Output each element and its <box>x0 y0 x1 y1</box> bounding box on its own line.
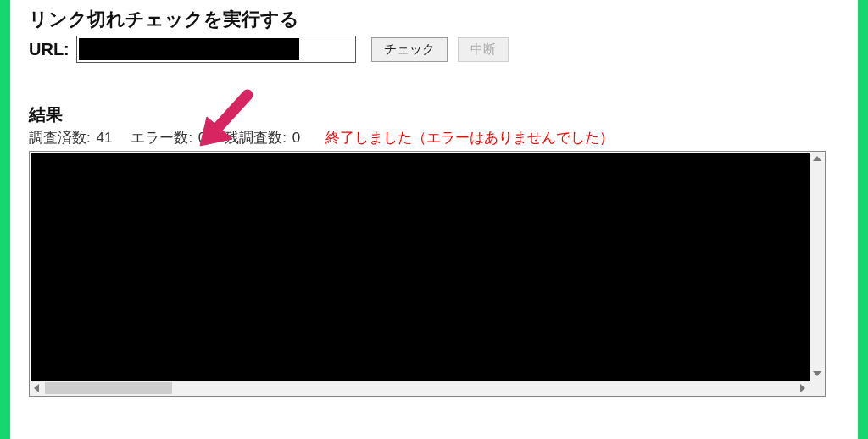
url-row: URL: チェック 中断 <box>29 36 839 63</box>
scroll-down-icon[interactable] <box>813 371 821 376</box>
url-redacted-block <box>79 38 299 60</box>
abort-button: 中断 <box>458 37 509 62</box>
result-output-area <box>29 151 826 397</box>
stats-row: 調査済数: 41 エラー数: 0 残調査数: 0 終了しました（エラーはありませ… <box>29 128 839 147</box>
url-label: URL: <box>29 40 70 59</box>
horizontal-scrollbar[interactable] <box>30 381 810 396</box>
stat-error-label: エラー数: <box>131 130 192 146</box>
stat-remaining-label: 残調査数: <box>225 130 287 146</box>
url-input[interactable] <box>76 36 356 63</box>
scroll-up-icon[interactable] <box>813 156 821 161</box>
check-button[interactable]: チェック <box>371 37 448 62</box>
stat-checked-value: 41 <box>96 130 112 146</box>
stat-error-value: 0 <box>198 130 206 146</box>
scroll-left-icon[interactable] <box>34 384 39 392</box>
horizontal-scrollbar-thumb[interactable] <box>45 382 172 394</box>
stat-error: エラー数: 0 <box>131 128 206 147</box>
scrollbar-corner <box>810 381 825 396</box>
stat-remaining: 残調査数: 0 <box>225 128 300 147</box>
stat-checked-label: 調査済数: <box>29 130 91 146</box>
scroll-right-icon[interactable] <box>800 384 805 392</box>
stat-checked: 調査済数: 41 <box>29 128 112 147</box>
stat-remaining-value: 0 <box>292 130 300 146</box>
page-title: リンク切れチェックを実行する <box>29 7 839 32</box>
result-output-inner <box>31 153 810 381</box>
status-message: 終了しました（エラーはありませんでした） <box>326 128 614 147</box>
vertical-scrollbar[interactable] <box>810 152 825 381</box>
result-heading: 結果 <box>29 103 839 126</box>
